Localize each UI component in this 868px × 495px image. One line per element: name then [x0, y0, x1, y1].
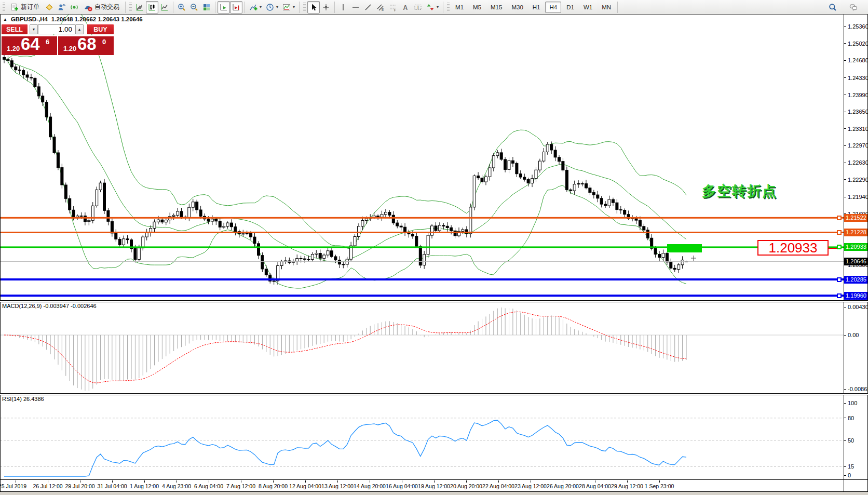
main-toolbar: 新订单 自动交易 — [0, 0, 868, 15]
date-axis-tick-mark — [177, 480, 177, 483]
level-price-label-1.21522: 1.21522 — [844, 214, 868, 222]
chat-button[interactable] — [847, 1, 860, 14]
timeframe-button-m30[interactable]: M30 — [507, 2, 527, 13]
search-button[interactable] — [826, 1, 839, 14]
equidistant-channel-icon: E — [376, 3, 385, 11]
level-connector-square — [837, 293, 842, 298]
timeframe-button-d1[interactable]: D1 — [562, 2, 578, 13]
rsi-axis-label: 50 — [848, 437, 868, 444]
candlestick-chart-button[interactable] — [146, 1, 158, 14]
vertical-line-tool-button[interactable] — [337, 1, 349, 14]
search-icon — [829, 3, 837, 11]
periods-button[interactable]: ▾ — [264, 1, 280, 14]
arrow-shapes-icon — [426, 3, 435, 11]
toolbar-separator — [334, 2, 335, 13]
timeframe-button-w1[interactable]: W1 — [579, 2, 596, 13]
date-axis-tick-mark — [112, 480, 113, 483]
date-axis-tick-mark — [273, 480, 274, 483]
timeframe-button-m15[interactable]: M15 — [486, 2, 506, 13]
autotrading-button[interactable]: 自动交易 — [80, 1, 123, 14]
buy-price-sup: 0 — [102, 38, 106, 46]
level-connector-square — [837, 245, 842, 249]
zoom-out-button[interactable] — [188, 1, 200, 14]
market-button[interactable] — [43, 1, 56, 14]
buy-button[interactable]: BUY — [87, 24, 114, 34]
date-axis-tick-mark — [144, 480, 145, 483]
volume-input[interactable] — [38, 24, 75, 34]
new-order-label: 新订单 — [21, 3, 39, 11]
current-price-label: 1.20646 — [844, 258, 868, 265]
cursor-button[interactable] — [307, 1, 320, 14]
autotrading-icon — [84, 3, 92, 11]
rsi-pane-separator[interactable] — [0, 393, 868, 395]
profile-chart-icon — [58, 3, 66, 11]
collapse-arrow-icon[interactable]: ▲ — [3, 17, 7, 22]
rsi-indicator-label: RSI(14) 26.4386 — [2, 396, 44, 402]
timeframe-button-m5[interactable]: M5 — [469, 2, 485, 13]
toolbar-right-icons — [826, 1, 868, 14]
indicators-button[interactable]: ▾ — [247, 1, 264, 14]
new-order-button[interactable]: 新订单 — [7, 1, 43, 14]
level-line-1.19960[interactable] — [0, 295, 844, 297]
level-price-label-1.20285: 1.20285 — [844, 276, 868, 284]
zoom-in-button[interactable] — [175, 1, 188, 14]
timeframe-button-h1[interactable]: H1 — [528, 2, 545, 13]
level-line-1.20933[interactable] — [0, 246, 844, 248]
price-callout-box[interactable]: 1.20933 — [757, 240, 829, 256]
volume-increase-button[interactable]: ▲ — [75, 24, 84, 34]
tile-windows-icon — [202, 3, 211, 11]
date-axis-tick-mark — [48, 480, 48, 483]
bottom-tab-strip[interactable] — [0, 492, 868, 495]
text-label-tool-button[interactable]: T — [412, 1, 424, 14]
shapes-tool-button[interactable]: ▾ — [424, 1, 441, 14]
bollinger-band-lo — [4, 59, 686, 288]
buy-price-box[interactable]: 1.20 68 0 — [58, 35, 114, 55]
level-line-1.21522[interactable] — [0, 217, 844, 219]
timeframe-button-h4[interactable]: H4 — [545, 2, 561, 13]
dropdown-caret-icon: ▾ — [260, 5, 262, 9]
line-chart-button[interactable] — [158, 1, 171, 14]
chart-shift-button[interactable] — [230, 1, 242, 14]
timeframe-button-mn[interactable]: MN — [598, 2, 615, 13]
toolbar-separator — [443, 2, 443, 13]
bar-chart-icon — [135, 3, 144, 11]
timeframe-button-m1[interactable]: M1 — [451, 2, 468, 13]
rsi-axis-label: 15 — [848, 463, 868, 470]
date-axis-tick-mark — [337, 480, 338, 483]
horizontal-line-tool-button[interactable] — [349, 1, 362, 14]
date-axis-tick-mark — [627, 480, 628, 483]
level-line-1.20285[interactable] — [0, 278, 844, 280]
price-axis-tick-label: 1.23650 — [848, 108, 868, 115]
toolbar-grip — [129, 3, 132, 12]
svg-text:F: F — [394, 8, 396, 11]
bull-bear-turning-point-annotation[interactable]: 多空转折点 — [702, 182, 777, 200]
broadcast-button[interactable] — [68, 1, 80, 14]
fibonacci-icon: F — [389, 3, 397, 11]
tile-windows-button[interactable] — [200, 1, 213, 14]
date-axis-tick-mark — [531, 480, 531, 483]
date-axis-tick-mark — [80, 480, 80, 483]
macd-histogram — [4, 307, 686, 391]
level-line-1.21228[interactable] — [0, 232, 844, 233]
volume-decrease-button[interactable]: ▼ — [30, 24, 38, 34]
signals-profile-button[interactable] — [56, 1, 68, 14]
price-axis-tick-label: 1.23990 — [848, 91, 868, 99]
trendline-tool-button[interactable] — [362, 1, 374, 14]
templates-button[interactable]: ▾ — [280, 1, 297, 14]
sell-price-sup: 6 — [46, 38, 49, 46]
auto-scroll-button[interactable] — [218, 1, 230, 14]
buy-price-big: 68 — [77, 34, 97, 54]
crosshair-button[interactable] — [320, 1, 332, 14]
zoom-out-icon — [190, 3, 198, 11]
price-chart-canvas[interactable] — [0, 0, 868, 495]
text-tool-button[interactable]: A — [399, 1, 412, 14]
toolbar-grip — [447, 3, 450, 12]
bar-chart-button[interactable] — [133, 1, 146, 14]
sell-price-box[interactable]: 1.20 64 6 — [2, 35, 57, 55]
macd-pane-separator[interactable] — [0, 300, 868, 302]
fibonacci-tool-button[interactable]: F — [387, 1, 399, 14]
support-zone-rectangle[interactable] — [667, 244, 702, 252]
channel-tool-button[interactable]: E — [374, 1, 387, 14]
autotrading-label: 自动交易 — [94, 3, 119, 11]
sell-button[interactable]: SELL — [2, 24, 28, 34]
